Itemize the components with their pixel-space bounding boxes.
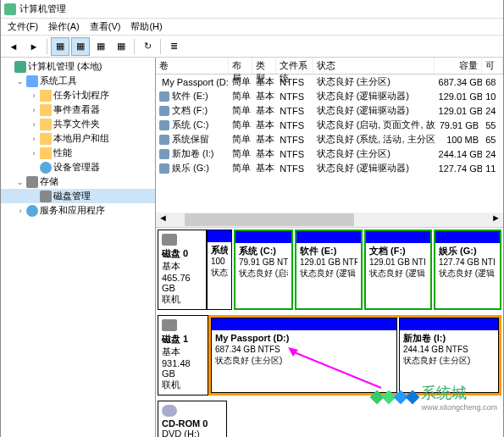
tree-services[interactable]: ›服务和应用程序 (1, 203, 155, 218)
disk0-label[interactable]: 磁盘 0 基本 465.76 GB 联机 (158, 230, 207, 310)
col-status[interactable]: 状态 (313, 58, 435, 74)
volume-row[interactable]: 娱乐 (G:)简单基本NTFS状态良好 (逻辑驱动器)127.74 GB11 (156, 161, 503, 175)
scroll-left-arrow[interactable]: ◄ (156, 213, 170, 227)
menu-view[interactable]: 查看(V) (86, 20, 125, 33)
menu-help[interactable]: 帮助(H) (127, 20, 165, 33)
tree-scheduler[interactable]: ›任务计划程序 (1, 88, 155, 102)
partition[interactable]: My Passport (D:)687.34 GB NTFS状态良好 (主分区) (211, 318, 397, 393)
app-icon (4, 3, 16, 15)
scroll-right-arrow[interactable]: ► (489, 213, 503, 227)
volume-list: My Passport (D:)简单基本NTFS状态良好 (主分区)687.34… (156, 75, 503, 175)
volume-row[interactable]: 系统保留简单基本NTFS状态良好 (系统, 活动, 主分区)100 MB65 (156, 132, 503, 147)
partition[interactable]: 娱乐 (G:)127.74 GB NTI状态良好 (逻辑 (434, 230, 501, 310)
col-capacity[interactable]: 容量 (435, 58, 482, 74)
col-fs[interactable]: 文件系统 (276, 58, 313, 74)
volume-row[interactable]: 软件 (E:)简单基本NTFS状态良好 (逻辑驱动器)129.01 GB10 (156, 89, 503, 103)
volume-list-header: 卷 布局 类型 文件系统 状态 容量 可 (156, 58, 503, 75)
tree-sharedfolders[interactable]: ›共享文件夹 (1, 117, 155, 131)
partition[interactable]: 系统100状态 (207, 230, 232, 310)
menu-bar: 文件(F) 操作(A) 查看(V) 帮助(H) (1, 19, 503, 36)
window-title: 计算机管理 (19, 3, 66, 15)
col-free[interactable]: 可 (482, 58, 503, 74)
back-button[interactable]: ◄ (4, 37, 23, 56)
refresh-button[interactable]: ↻ (138, 37, 157, 56)
partition[interactable]: 新加卷 (I:)244.14 GB NTFS状态良好 (主分区) (399, 318, 499, 393)
horizontal-scrollbar[interactable]: ◄ ► (156, 213, 503, 227)
tree-diskmgmt[interactable]: 磁盘管理 (1, 189, 155, 203)
tree-performance[interactable]: ›性能 (1, 146, 155, 160)
col-volume[interactable]: 卷 (156, 58, 229, 74)
view-button-3[interactable]: ▦ (91, 37, 110, 56)
menu-file[interactable]: 文件(F) (4, 20, 42, 33)
partition[interactable]: 系统 (C:)79.91 GB NTF状态良好 (启动 (234, 230, 293, 310)
volume-row[interactable]: 系统 (C:)简单基本NTFS状态良好 (启动, 页面文件, 故障转储, 主分区… (156, 118, 503, 132)
menu-action[interactable]: 操作(A) (45, 20, 83, 33)
disk-icon (162, 234, 177, 246)
help-button[interactable]: ≣ (164, 37, 183, 56)
tree-storage[interactable]: ⌄存储 (1, 174, 155, 189)
view-button-4[interactable]: ▦ (112, 37, 130, 56)
tree-localusers[interactable]: ›本地用户和组 (1, 131, 155, 146)
col-type[interactable]: 类型 (252, 58, 276, 74)
disk-icon (162, 319, 177, 331)
partition[interactable]: 软件 (E:)129.01 GB NTF状态良好 (逻辑 (295, 230, 363, 310)
volume-row[interactable]: 文档 (F:)简单基本NTFS状态良好 (逻辑驱动器)129.01 GB24 (156, 103, 503, 118)
cdrom-label[interactable]: CD-ROM 0 DVD (H:) (158, 401, 227, 437)
tree-root[interactable]: 计算机管理 (本地) (1, 59, 155, 74)
partition[interactable]: 文档 (F:)129.01 GB NTI状态良好 (逻辑 (364, 230, 432, 310)
disk1-label[interactable]: 磁盘 1 基本 931.48 GB 联机 (158, 315, 208, 396)
nav-tree[interactable]: 计算机管理 (本地) ⌄系统工具 ›任务计划程序 ›事件查看器 ›共享文件夹 ›… (1, 58, 156, 437)
watermark: 系统城 www.xitongcheng.com (372, 383, 497, 412)
volume-row[interactable]: 新加卷 (I:)简单基本NTFS状态良好 (主分区)244.14 GB24 (156, 147, 503, 161)
tree-systools[interactable]: ⌄系统工具 (1, 74, 155, 88)
forward-button[interactable]: ► (25, 37, 43, 56)
col-layout[interactable]: 布局 (229, 58, 252, 74)
toolbar: ◄ ► ▦ ▦ ▦ ▦ ↻ ≣ (1, 36, 503, 58)
view-button-2[interactable]: ▦ (71, 37, 90, 56)
title-bar: 计算机管理 (1, 0, 503, 19)
volume-row[interactable]: My Passport (D:)简单基本NTFS状态良好 (主分区)687.34… (156, 75, 503, 89)
tree-devmgr[interactable]: 设备管理器 (1, 160, 155, 174)
view-button-1[interactable]: ▦ (51, 37, 69, 56)
scroll-thumb[interactable] (185, 213, 354, 226)
cdrom-icon (162, 405, 177, 417)
tree-eventviewer[interactable]: ›事件查看器 (1, 102, 155, 117)
